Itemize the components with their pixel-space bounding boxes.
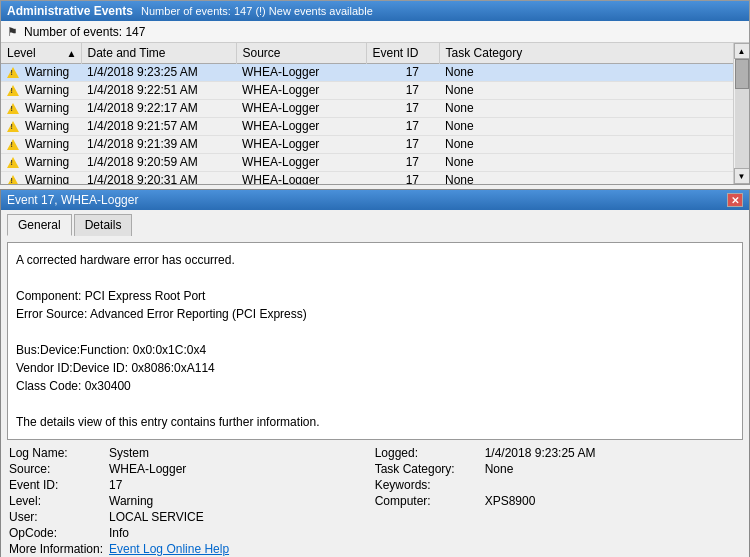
close-button[interactable]: ✕ [727,193,743,207]
event-message-box: A corrected hardware error has occurred.… [7,242,743,440]
cell-source: WHEA-Logger [236,153,366,171]
label-logname: Log Name: [9,446,109,460]
cell-datetime: 1/4/2018 9:20:31 AM [81,171,236,184]
tab-details[interactable]: Details [74,214,133,236]
cell-taskcategory: None [439,171,733,184]
more-info-link[interactable]: Event Log Online Help [109,542,375,556]
cell-level: !Warning [1,171,81,184]
table-row[interactable]: !Warning1/4/2018 9:20:31 AMWHEA-Logger17… [1,171,733,184]
cell-taskcategory: None [439,63,733,81]
cell-datetime: 1/4/2018 9:21:57 AM [81,117,236,135]
cell-eventid: 17 [366,63,439,81]
dialog-tabs: General Details [1,210,749,236]
cell-datetime: 1/4/2018 9:22:17 AM [81,99,236,117]
table-row[interactable]: !Warning1/4/2018 9:20:59 AMWHEA-Logger17… [1,153,733,171]
label-level: Level: [9,494,109,508]
label-source: Source: [9,462,109,476]
value-user: LOCAL SERVICE [109,510,375,524]
cell-taskcategory: None [439,135,733,153]
event-detail-dialog: Event 17, WHEA-Logger ✕ General Details … [0,189,750,557]
sort-arrow-level: ▲ [67,47,77,58]
top-panel: Administrative Events Number of events: … [0,0,750,185]
cell-eventid: 17 [366,117,439,135]
cell-taskcategory: None [439,81,733,99]
cell-datetime: 1/4/2018 9:21:39 AM [81,135,236,153]
value-logname: System [109,446,375,460]
cell-source: WHEA-Logger [236,99,366,117]
cell-datetime: 1/4/2018 9:23:25 AM [81,63,236,81]
events-table: Level ▲ Date and Time Source Event ID [1,43,733,184]
table-row[interactable]: !Warning1/4/2018 9:22:51 AMWHEA-Logger17… [1,81,733,99]
cell-datetime: 1/4/2018 9:20:59 AM [81,153,236,171]
col-level[interactable]: Level ▲ [1,43,81,63]
cell-source: WHEA-Logger [236,117,366,135]
table-row[interactable]: !Warning1/4/2018 9:22:17 AMWHEA-Logger17… [1,99,733,117]
cell-source: WHEA-Logger [236,81,366,99]
dialog-titlebar: Event 17, WHEA-Logger ✕ [1,190,749,210]
filter-count: Number of events: 147 [24,25,145,39]
value-keywords [485,478,741,492]
filter-bar: ⚑ Number of events: 147 [1,21,749,43]
filter-icon[interactable]: ⚑ [7,25,18,39]
vertical-scrollbar[interactable]: ▲ ▼ [733,43,749,184]
cell-eventid: 17 [366,153,439,171]
scroll-up-btn[interactable]: ▲ [734,43,750,59]
cell-eventid: 17 [366,99,439,117]
label-logged: Logged: [375,446,485,460]
cell-level: !Warning [1,81,81,99]
col-source[interactable]: Source [236,43,366,63]
col-taskcategory[interactable]: Task Category [439,43,733,63]
table-row[interactable]: !Warning1/4/2018 9:21:39 AMWHEA-Logger17… [1,135,733,153]
cell-taskcategory: None [439,153,733,171]
col-datetime[interactable]: Date and Time [81,43,236,63]
cell-taskcategory: None [439,99,733,117]
cell-level: !Warning [1,135,81,153]
value-opcode: Info [109,526,375,540]
cell-level: !Warning [1,153,81,171]
label-keywords: Keywords: [375,478,485,492]
cell-datetime: 1/4/2018 9:22:51 AM [81,81,236,99]
scroll-down-btn[interactable]: ▼ [734,168,750,184]
value-computer: XPS8900 [485,494,741,508]
top-titlebar: Administrative Events Number of events: … [1,1,749,21]
value-eventid: 17 [109,478,375,492]
cell-eventid: 17 [366,135,439,153]
scroll-track[interactable] [735,59,749,168]
cell-eventid: 17 [366,81,439,99]
cell-source: WHEA-Logger [236,63,366,81]
cell-source: WHEA-Logger [236,171,366,184]
cell-level: !Warning [1,63,81,81]
cell-level: !Warning [1,117,81,135]
cell-source: WHEA-Logger [236,135,366,153]
scroll-thumb[interactable] [735,59,749,89]
cell-eventid: 17 [366,171,439,184]
events-table-wrapper: Level ▲ Date and Time Source Event ID [1,43,749,184]
label-opcode: OpCode: [9,526,109,540]
value-taskcategory: None [485,462,741,476]
tab-general[interactable]: General [7,214,72,236]
value-logged: 1/4/2018 9:23:25 AM [485,446,741,460]
label-taskcategory: Task Category: [375,462,485,476]
cell-taskcategory: None [439,117,733,135]
label-user: User: [9,510,109,524]
dialog-content: A corrected hardware error has occurred.… [1,236,749,557]
value-level: Warning [109,494,375,508]
label-computer: Computer: [375,494,485,508]
panel-title: Administrative Events [7,4,133,18]
label-eventid: Event ID: [9,478,109,492]
col-eventid[interactable]: Event ID [366,43,439,63]
value-source: WHEA-Logger [109,462,375,476]
label-moreinfo: More Information: [9,542,109,556]
cell-level: !Warning [1,99,81,117]
dialog-title: Event 17, WHEA-Logger [7,193,138,207]
panel-subtitle: Number of events: 147 (!) New events ava… [141,5,373,17]
table-row[interactable]: !Warning1/4/2018 9:21:57 AMWHEA-Logger17… [1,117,733,135]
table-row[interactable]: !Warning1/4/2018 9:23:25 AMWHEA-Logger17… [1,63,733,81]
